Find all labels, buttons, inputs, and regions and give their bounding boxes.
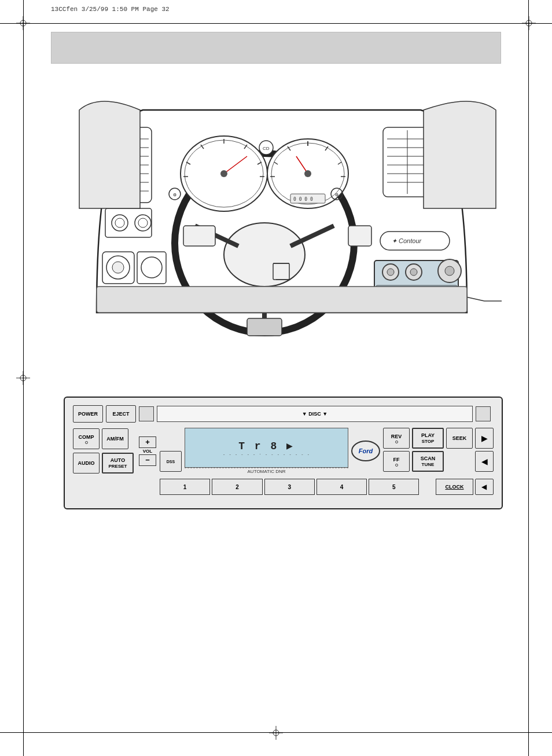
svg-point-30 (141, 257, 162, 278)
vol-label: VOL (143, 449, 152, 454)
vol-minus-button[interactable]: − (139, 454, 156, 466)
play-stop-button[interactable]: PLAY STOP (412, 428, 444, 449)
seek-button[interactable]: SEEK (446, 428, 473, 449)
preset-5-button[interactable]: 5 (369, 479, 419, 495)
svg-point-23 (115, 218, 124, 227)
power-button[interactable]: POWER (73, 405, 103, 423)
preset-3-button[interactable]: 3 (264, 479, 315, 495)
arrow-down-button[interactable]: ◀ (475, 479, 494, 495)
auto-preset-button[interactable]: AUTO PRESET (102, 453, 134, 474)
dss-button[interactable]: DSS (160, 451, 182, 472)
forward-button[interactable]: ▶ (475, 428, 494, 449)
svg-point-22 (112, 215, 128, 231)
svg-point-74 (387, 269, 394, 276)
svg-text:⚙: ⚙ (173, 193, 176, 197)
radio-unit: POWER EJECT ▼ DISC ▼ COMP AM/FM (64, 397, 503, 509)
svg-rect-37 (183, 226, 215, 246)
svg-point-28 (112, 262, 124, 273)
svg-point-32 (224, 223, 305, 287)
ff-button[interactable]: FF (383, 451, 410, 472)
disc-slot-right-indicator (476, 406, 491, 421)
dashboard-illustration: 0 0 0 0 CD ✦ Contour (58, 87, 506, 330)
svg-rect-89 (97, 287, 467, 313)
preset-2-button[interactable]: 2 (212, 479, 262, 495)
audio-button[interactable]: AUDIO (73, 453, 100, 474)
amfm-button[interactable]: AM/FM (102, 428, 128, 449)
radio-display: T r 8 ▶ - - - - - - · - - - - - - - - (185, 428, 348, 468)
comp-dot (85, 441, 88, 444)
crosshair-bottom-center (269, 726, 283, 740)
comp-button[interactable]: COMP (73, 428, 100, 449)
svg-text:CD: CD (263, 146, 270, 151)
crosshair-left-middle (16, 371, 30, 385)
svg-point-25 (138, 218, 148, 227)
svg-point-78 (445, 266, 454, 276)
rev-dot (395, 441, 398, 443)
crosshair-top-left (16, 16, 30, 30)
svg-rect-21 (105, 208, 152, 237)
eject-button[interactable]: EJECT (106, 405, 136, 423)
svg-point-59 (304, 170, 311, 177)
disc-slot: ▼ DISC ▼ (157, 406, 473, 422)
automatic-dnr-label: AUTOMATIC DNR (185, 468, 348, 474)
clock-button[interactable]: CLOCK (436, 479, 473, 495)
rev-button[interactable]: REV (383, 428, 410, 449)
svg-text:0 0 0 0: 0 0 0 0 (293, 197, 313, 202)
page-header: 13CCfen 3/25/99 1:50 PM Page 32 (51, 6, 170, 13)
ff-dot (395, 464, 398, 467)
preset-row: 1 2 3 4 5 CLOCK ◀ (73, 478, 494, 496)
preset-1-button[interactable]: 1 (160, 479, 210, 495)
crosshair-top-right (522, 16, 536, 30)
svg-point-45 (220, 170, 227, 177)
svg-point-76 (410, 269, 417, 276)
scan-tune-button[interactable]: SCAN TUNE (412, 451, 444, 472)
preset-4-button[interactable]: 4 (317, 479, 367, 495)
svg-text:⚙: ⚙ (335, 193, 338, 197)
svg-text:✦ Contour: ✦ Contour (392, 237, 422, 244)
header-bar (51, 32, 501, 64)
svg-rect-36 (247, 318, 282, 336)
back-button[interactable]: ◀ (475, 451, 494, 472)
svg-point-24 (135, 215, 151, 231)
disc-slot-left-indicator (139, 406, 154, 421)
vol-plus-button[interactable]: + (139, 436, 156, 448)
ford-logo: Ford (351, 441, 380, 461)
svg-rect-38 (348, 226, 371, 246)
